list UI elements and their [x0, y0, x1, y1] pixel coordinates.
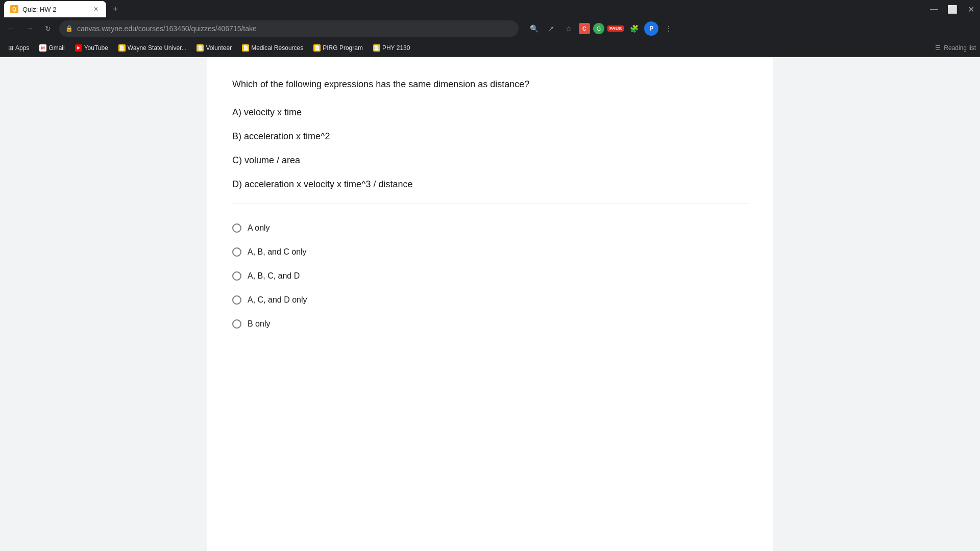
- extensions-icon[interactable]: 🧩: [627, 21, 641, 36]
- menu-icon[interactable]: ⋮: [662, 21, 676, 36]
- radio-a-only[interactable]: [232, 223, 241, 233]
- canvas-ext-icon[interactable]: C: [579, 23, 590, 34]
- toolbar-icons: 🔍 ↗ ☆ C G PAUS 🧩 P ⋮: [527, 21, 676, 36]
- close-button[interactable]: ✕: [966, 5, 976, 14]
- question-text: Which of the following expressions has t…: [232, 78, 748, 91]
- radio-abcd[interactable]: [232, 271, 241, 281]
- answer-label-1: A only: [248, 223, 270, 233]
- option-b-text: B) acceleration x time^2: [232, 130, 748, 143]
- reading-list-icon: ☰: [935, 44, 941, 52]
- search-icon[interactable]: 🔍: [527, 21, 541, 36]
- answer-option-2[interactable]: A, B, and C only: [232, 240, 748, 264]
- answer-option-5[interactable]: B only: [232, 312, 748, 336]
- url-display: canvas.wayne.edu/courses/163450/quizzes/…: [77, 24, 512, 33]
- apps-grid-icon: ⊞: [8, 44, 13, 52]
- bookmark-apps[interactable]: ⊞ Apps: [4, 42, 33, 54]
- answer-label-2: A, B, and C only: [248, 247, 307, 257]
- minimize-button[interactable]: —: [929, 5, 939, 14]
- title-bar: Q Quiz: HW 2 ✕ + — ⬜ ✕: [0, 0, 980, 18]
- profile-icon[interactable]: P: [644, 21, 658, 36]
- maximize-button[interactable]: ⬜: [947, 5, 958, 14]
- medical-favicon: 📄: [242, 44, 249, 52]
- divider: [232, 204, 748, 204]
- forward-button[interactable]: →: [22, 21, 37, 36]
- tab-title: Quiz: HW 2: [22, 6, 88, 13]
- bookmark-volunteer[interactable]: 📄 Volunteer: [192, 42, 236, 54]
- answer-option-1[interactable]: A only: [232, 216, 748, 240]
- wayne-state-favicon: 📄: [118, 44, 126, 52]
- bookmarks-bar: ⊞ Apps M Gmail ▶ YouTube 📄 Wayne State U…: [0, 39, 980, 57]
- radio-abc-only[interactable]: [232, 247, 241, 257]
- quiz-container: Which of the following expressions has t…: [207, 57, 773, 551]
- option-a-text: A) velocity x time: [232, 106, 748, 119]
- reload-button[interactable]: ↻: [41, 21, 55, 36]
- bookmark-phy[interactable]: 📄 PHY 2130: [369, 42, 414, 54]
- bookmark-medical[interactable]: 📄 Medical Resources: [238, 42, 307, 54]
- volunteer-favicon: 📄: [197, 44, 204, 52]
- phy-favicon: 📄: [373, 44, 380, 52]
- answer-label-5: B only: [248, 319, 270, 329]
- bookmark-star-icon[interactable]: ☆: [561, 21, 576, 36]
- radio-b-only[interactable]: [232, 319, 241, 329]
- option-d-text: D) acceleration x velocity x time^3 / di…: [232, 178, 748, 191]
- tab-close-button[interactable]: ✕: [92, 5, 100, 13]
- reading-list-button[interactable]: ☰ Reading list: [935, 44, 976, 52]
- bookmark-gmail[interactable]: M Gmail: [35, 42, 68, 54]
- bookmark-wayne-state[interactable]: 📄 Wayne State Univer...: [114, 42, 191, 54]
- bookmark-youtube[interactable]: ▶ YouTube: [71, 42, 112, 54]
- tab-favicon: Q: [10, 5, 18, 13]
- answer-label-3: A, B, C, and D: [248, 271, 300, 281]
- answer-option-4[interactable]: A, C, and D only: [232, 288, 748, 312]
- page-content: Which of the following expressions has t…: [0, 57, 980, 551]
- youtube-favicon: ▶: [75, 44, 82, 52]
- back-button[interactable]: ←: [4, 21, 18, 36]
- radio-acd-only[interactable]: [232, 295, 241, 305]
- gmail-favicon: M: [39, 44, 46, 52]
- window-controls: — ⬜ ✕: [929, 5, 976, 14]
- option-c-text: C) volume / area: [232, 154, 748, 167]
- new-tab-button[interactable]: +: [108, 2, 122, 16]
- share-icon[interactable]: ↗: [544, 21, 558, 36]
- lock-icon: 🔒: [65, 25, 73, 32]
- answer-option-3[interactable]: A, B, C, and D: [232, 264, 748, 288]
- answer-label-4: A, C, and D only: [248, 295, 307, 305]
- pirg-favicon: 📄: [313, 44, 321, 52]
- paused-badge: PAUS: [607, 26, 624, 32]
- google-account-icon[interactable]: G: [593, 23, 604, 34]
- address-bar-row: ← → ↻ 🔒 canvas.wayne.edu/courses/163450/…: [0, 18, 980, 39]
- address-bar[interactable]: 🔒 canvas.wayne.edu/courses/163450/quizze…: [59, 20, 519, 37]
- bookmark-pirg[interactable]: 📄 PIRG Program: [309, 42, 367, 54]
- browser-tab[interactable]: Q Quiz: HW 2 ✕: [4, 1, 106, 17]
